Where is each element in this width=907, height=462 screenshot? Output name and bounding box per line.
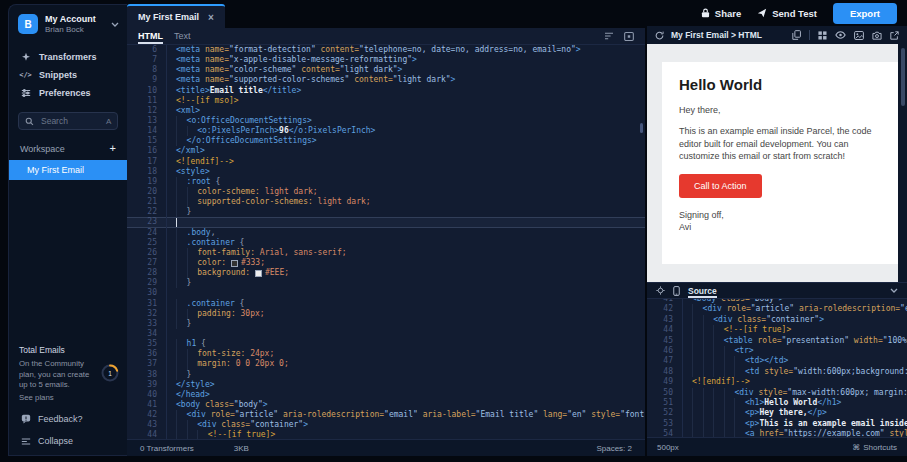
code-line[interactable]: 6<meta name="format-detection" content="… bbox=[127, 45, 645, 55]
code-line[interactable]: 40</head> bbox=[127, 390, 645, 400]
phone-icon[interactable] bbox=[673, 286, 680, 296]
tab-html[interactable]: HTML bbox=[138, 28, 163, 44]
code-line[interactable]: 16</xml> bbox=[127, 146, 645, 156]
preview-panel-icon[interactable] bbox=[624, 32, 634, 41]
code-line[interactable]: 34 bbox=[127, 329, 645, 339]
tab-source[interactable]: Source bbox=[688, 283, 717, 298]
line-number: 31 bbox=[127, 299, 166, 309]
email-card: Hello World Hey there, This is an exampl… bbox=[662, 62, 899, 264]
code-line[interactable]: 37margin: 0 0 20px 0; bbox=[127, 359, 645, 369]
chevron-down-icon[interactable] bbox=[890, 288, 898, 293]
collapse-button[interactable]: Collapse bbox=[9, 430, 127, 455]
code-line[interactable]: 19:root { bbox=[127, 177, 645, 187]
code-line[interactable]: 43<div class="container"> bbox=[127, 420, 645, 430]
code-line[interactable]: 47<td></td> bbox=[647, 356, 907, 366]
call-to-action-button[interactable]: Call to Action bbox=[679, 174, 762, 198]
code-line[interactable]: 18<style> bbox=[127, 167, 645, 177]
export-button[interactable]: Export bbox=[833, 3, 897, 24]
send-test-button[interactable]: Send Test bbox=[757, 8, 817, 19]
code-line[interactable]: 15</o:OfficeDocumentSettings> bbox=[127, 136, 645, 146]
workspace-add-button[interactable]: + bbox=[110, 143, 116, 154]
code-line[interactable]: 36font-size: 24px; bbox=[127, 349, 645, 359]
code-line[interactable]: 45<table role="presentation" width="100%… bbox=[647, 336, 907, 346]
sidebar-item-preferences[interactable]: Preferences bbox=[9, 84, 127, 102]
editor-status-bar: 0 Transformers 3KB Spaces: 2 bbox=[127, 439, 645, 456]
topbar: Share Send Test Export bbox=[645, 0, 907, 26]
copy-icon[interactable] bbox=[792, 30, 801, 40]
code-line[interactable]: 26font-family: Arial, sans-serif; bbox=[127, 248, 645, 258]
editor-scrollbar[interactable] bbox=[640, 123, 643, 133]
code-line[interactable]: 23 bbox=[127, 217, 645, 227]
code-line[interactable]: 17<![endif]--> bbox=[127, 157, 645, 167]
color-swatch bbox=[255, 270, 262, 277]
line-number: 37 bbox=[127, 359, 166, 369]
code-line[interactable]: 12<xml> bbox=[127, 106, 645, 116]
preview-scrollbar[interactable] bbox=[898, 44, 907, 282]
code-line[interactable]: 9<meta name="supported-color-schemes" co… bbox=[127, 75, 645, 85]
code-line[interactable]: 48<td style="width:600px;background:#fff… bbox=[647, 367, 907, 377]
spaces-setting[interactable]: Spaces: 2 bbox=[596, 444, 632, 453]
line-number: 12 bbox=[127, 106, 166, 116]
code-line[interactable]: 53<p>This is an example email inside P bbox=[647, 419, 907, 429]
code-line[interactable]: 29} bbox=[127, 278, 645, 288]
external-link-icon[interactable] bbox=[890, 31, 899, 40]
source-code-view[interactable]: 41<body class="body">42<div role="articl… bbox=[647, 299, 907, 437]
viewport-width[interactable]: 500px bbox=[657, 443, 679, 452]
eye-icon[interactable] bbox=[835, 31, 846, 39]
code-line[interactable]: 30 bbox=[127, 288, 645, 298]
code-line[interactable]: 27color: #333; bbox=[127, 258, 645, 268]
search-input[interactable] bbox=[39, 115, 101, 127]
code-line[interactable]: 21supported-color-schemes: light dark; bbox=[127, 197, 645, 207]
code-line[interactable]: 32padding: 30px; bbox=[127, 309, 645, 319]
code-line[interactable]: 22} bbox=[127, 207, 645, 217]
feedback-button[interactable]: Feedback? bbox=[9, 408, 127, 430]
code-line[interactable]: 25.container { bbox=[127, 238, 645, 248]
code-line[interactable]: 28background: #EEE; bbox=[127, 268, 645, 278]
sidebar-item-transformers[interactable]: Transformers bbox=[9, 48, 127, 66]
line-number: 47 bbox=[647, 356, 682, 366]
share-button[interactable]: Share bbox=[701, 8, 741, 19]
code-editor[interactable]: 6<meta name="format-detection" content="… bbox=[127, 45, 645, 439]
code-line[interactable]: 35h1 { bbox=[127, 339, 645, 349]
code-line[interactable]: 51<h1>Hello World</h1> bbox=[647, 398, 907, 408]
close-icon[interactable]: × bbox=[208, 12, 214, 23]
code-line[interactable]: 44<!--[if true]> bbox=[127, 430, 645, 439]
code-line[interactable]: 20color-scheme: light dark; bbox=[127, 187, 645, 197]
code-line[interactable]: 14<o:PixelsPerInch>96</o:PixelsPerInch> bbox=[127, 126, 645, 136]
code-line[interactable]: 46<tr> bbox=[647, 346, 907, 356]
tab-my-first-email[interactable]: My First Email × bbox=[127, 4, 225, 28]
see-plans-link[interactable]: See plans bbox=[19, 393, 117, 402]
transformers-count[interactable]: 0 Transformers bbox=[140, 444, 194, 453]
code-line[interactable]: 8<meta name="color-scheme" content="ligh… bbox=[127, 65, 645, 75]
code-line[interactable]: 11<!--[if mso]> bbox=[127, 96, 645, 106]
code-line[interactable]: 42<div role="article" aria-roledescripti… bbox=[647, 304, 907, 314]
sidebar-item-my-first-email[interactable]: My First Email bbox=[9, 160, 127, 180]
image-icon[interactable] bbox=[854, 31, 864, 40]
code-line[interactable]: 52<p>Hey there,</p> bbox=[647, 408, 907, 418]
grid-icon[interactable] bbox=[818, 31, 827, 40]
account-switcher[interactable]: B My Account Brian Bock bbox=[9, 5, 127, 42]
shortcuts-button[interactable]: ⌘ Shortcuts bbox=[852, 443, 897, 452]
code-line[interactable]: 41<body class="body"> bbox=[127, 400, 645, 410]
code-line[interactable]: 44<!--[if true]> bbox=[647, 325, 907, 335]
code-line[interactable]: 33} bbox=[127, 319, 645, 329]
tab-text[interactable]: Text bbox=[174, 28, 191, 44]
code-line[interactable]: 13<o:OfficeDocumentSettings> bbox=[127, 116, 645, 126]
wrap-lines-icon[interactable] bbox=[604, 32, 614, 40]
target-icon[interactable] bbox=[656, 286, 665, 295]
refresh-icon[interactable] bbox=[655, 31, 664, 40]
sidebar-item-snippets[interactable]: </> Snippets bbox=[9, 66, 127, 84]
sidebar-spacer bbox=[9, 180, 127, 337]
code-line[interactable]: 39</style> bbox=[127, 380, 645, 390]
code-line[interactable]: 49<![endif]--> bbox=[647, 377, 907, 387]
code-line[interactable]: 24.body, bbox=[127, 228, 645, 238]
code-line[interactable]: 50<div style="max-width:600px; margin:0 bbox=[647, 388, 907, 398]
code-line[interactable]: 43<div class="container"> bbox=[647, 315, 907, 325]
code-line[interactable]: 42<div role="article" aria-roledescripti… bbox=[127, 410, 645, 420]
code-line[interactable]: 7<meta name="x-apple-disable-message-ref… bbox=[127, 55, 645, 65]
code-line[interactable]: 38} bbox=[127, 370, 645, 380]
code-line[interactable]: 10<title>Email title</title> bbox=[127, 86, 645, 96]
code-line[interactable]: 54<a href="https://example.com" style= bbox=[647, 429, 907, 437]
camera-icon[interactable] bbox=[872, 31, 882, 40]
code-line[interactable]: 31.container { bbox=[127, 299, 645, 309]
